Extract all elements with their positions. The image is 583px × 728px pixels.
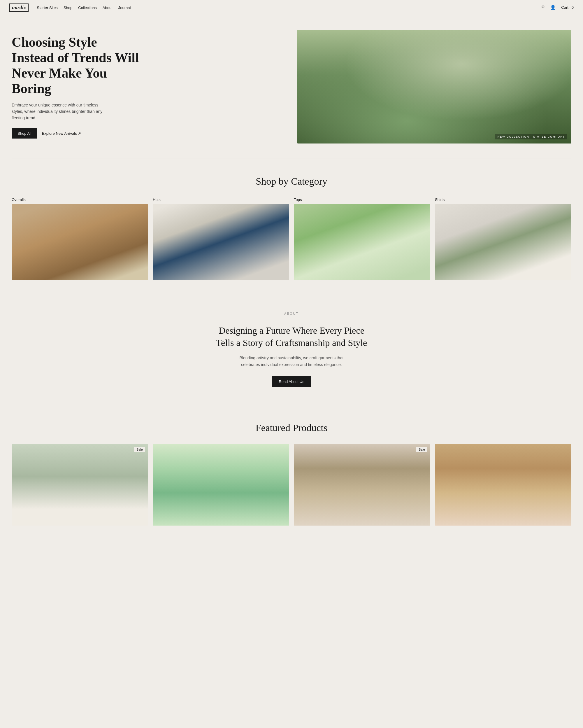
about-description: Blending artistry and sustainability, we… <box>233 355 350 368</box>
product-card-4[interactable] <box>435 444 571 526</box>
hero-collection-badge: NEW COLLECTION · SIMPLE COMFORT <box>495 134 567 139</box>
cart-button[interactable]: Cart · 0 <box>561 5 574 10</box>
featured-products-section: Featured Products Sale Sale <box>0 408 583 543</box>
featured-products-title: Featured Products <box>12 422 571 434</box>
hero-heading: Choosing Style Instead of Trends Will Ne… <box>12 35 140 97</box>
product-image-3: Sale <box>294 444 430 526</box>
product-card-1[interactable]: Sale <box>12 444 148 526</box>
shop-all-button[interactable]: Shop All <box>12 128 37 138</box>
nav-starter-sites[interactable]: Starter Sites <box>37 5 58 10</box>
account-icon[interactable]: 👤 <box>550 5 556 10</box>
nav-journal[interactable]: Journal <box>118 5 131 10</box>
hero-image: NEW COLLECTION · SIMPLE COMFORT <box>297 30 571 144</box>
products-grid: Sale Sale <box>12 444 571 526</box>
product-image-1: Sale <box>12 444 148 526</box>
nav-shop[interactable]: Shop <box>63 5 72 10</box>
hero-section: Choosing Style Instead of Trends Will Ne… <box>0 15 583 158</box>
navbar: nordic Starter Sites Shop Collections Ab… <box>0 0 583 15</box>
product-card-3[interactable]: Sale <box>294 444 430 526</box>
about-section: ABOUT Designing a Future Where Every Pie… <box>0 294 583 408</box>
category-overalls[interactable]: Overalls <box>12 198 148 280</box>
explore-arrivals-link[interactable]: Explore New Arrivals ↗ <box>42 131 81 136</box>
category-hats-image <box>153 204 289 280</box>
product-image-4 <box>435 444 571 526</box>
shop-by-category-title: Shop by Category <box>12 176 571 187</box>
hero-buttons: Shop All Explore New Arrivals ↗ <box>12 128 286 138</box>
hero-photo <box>297 30 571 144</box>
hero-text: Choosing Style Instead of Trends Will Ne… <box>12 35 286 138</box>
brand-logo[interactable]: nordic <box>9 3 29 12</box>
category-hats-label: Hats <box>153 198 289 202</box>
product-image-2 <box>153 444 289 526</box>
nav-links: Starter Sites Shop Collections About Jou… <box>37 5 541 10</box>
category-grid: Overalls Hats Tops Shirts <box>12 198 571 280</box>
product-card-2[interactable] <box>153 444 289 526</box>
category-overalls-label: Overalls <box>12 198 148 202</box>
category-overalls-image <box>12 204 148 280</box>
about-title: Designing a Future Where Every Piece Tel… <box>210 324 373 349</box>
sale-badge-1: Sale <box>134 447 145 452</box>
category-hats[interactable]: Hats <box>153 198 289 280</box>
category-tops-label: Tops <box>294 198 430 202</box>
nav-right: ⚲ 👤 Cart · 0 <box>541 5 574 10</box>
category-shirts-image <box>435 204 571 280</box>
read-about-us-button[interactable]: Read About Us <box>272 376 311 387</box>
shop-by-category-section: Shop by Category Overalls Hats Tops Shir… <box>0 158 583 294</box>
category-tops-image <box>294 204 430 280</box>
category-tops[interactable]: Tops <box>294 198 430 280</box>
hero-subtext: Embrace your unique essence with our tim… <box>12 102 105 121</box>
about-section-label: ABOUT <box>12 306 571 315</box>
category-shirts-label: Shirts <box>435 198 571 202</box>
search-icon[interactable]: ⚲ <box>541 5 545 10</box>
category-shirts[interactable]: Shirts <box>435 198 571 280</box>
sale-badge-3: Sale <box>416 447 427 452</box>
nav-about[interactable]: About <box>103 5 113 10</box>
nav-collections[interactable]: Collections <box>78 5 97 10</box>
